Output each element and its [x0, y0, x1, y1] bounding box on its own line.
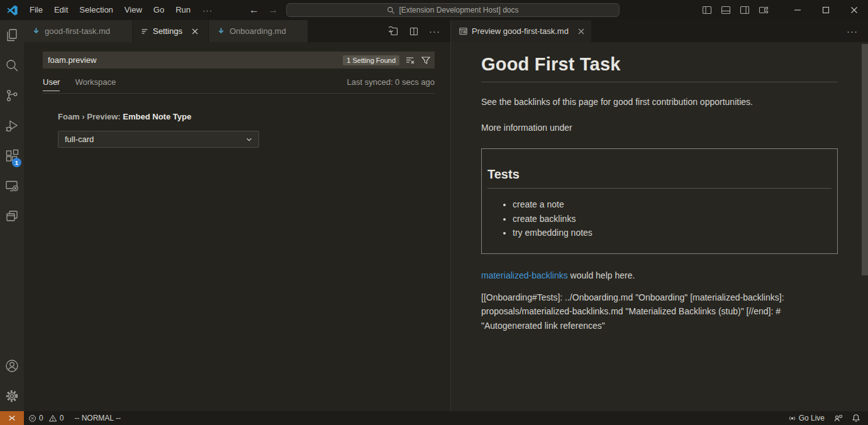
navigate-back-icon[interactable]: ←: [249, 4, 259, 16]
more-actions-icon[interactable]: ···: [429, 26, 440, 36]
explorer-icon[interactable]: [0, 20, 24, 50]
more-actions-icon[interactable]: ···: [847, 26, 858, 36]
tab-settings[interactable]: Settings: [133, 20, 208, 42]
open-settings-json-icon[interactable]: [389, 26, 399, 36]
setting-title: Foam › Preview: Embed Note Type: [58, 112, 191, 121]
editor-group-right: Preview good-first-task.md ··· Good Firs…: [451, 20, 868, 411]
toggle-secondary-sidebar-icon[interactable]: [735, 5, 754, 15]
last-synced-label: Last synced: 0 secs ago: [347, 77, 435, 87]
menu-file[interactable]: File: [24, 0, 48, 20]
settings-search-value: foam.preview: [48, 55, 96, 65]
menu-go[interactable]: Go: [148, 0, 170, 20]
preview-intro: See the backlinks of this page for good …: [481, 97, 838, 107]
customize-layout-icon[interactable]: [754, 5, 773, 15]
titlebar: File Edit Selection View Go Run ··· ← → …: [0, 0, 868, 20]
command-center-label: [Extension Development Host] docs: [399, 6, 518, 14]
embed-note-type-select[interactable]: full-card: [58, 131, 259, 148]
link-references: [[Onboarding#Tests]: ../Onboarding.md "O…: [481, 290, 837, 333]
broadcast-icon: [788, 414, 796, 422]
tab-label: Preview good-first-task.md: [472, 26, 569, 36]
tab-label: Onboarding.md: [230, 26, 286, 36]
close-window-button[interactable]: [840, 0, 868, 20]
preview-title: Good First Task: [481, 55, 838, 74]
menu-view[interactable]: View: [119, 0, 148, 20]
navigate-forward-icon[interactable]: →: [268, 4, 278, 16]
close-tab-icon[interactable]: [191, 28, 199, 35]
setting-name: Embed Note Type: [123, 112, 191, 121]
menu-edit[interactable]: Edit: [48, 0, 74, 20]
menu-run[interactable]: Run: [170, 0, 196, 20]
tabbar-left: good-first-task.md Settings Onboarding.m…: [24, 20, 450, 42]
title-divider: [481, 82, 838, 82]
heading-divider: [487, 188, 832, 189]
preview-more-info: More information under: [481, 123, 838, 133]
tab-label: good-first-task.md: [45, 26, 110, 36]
error-count: 0: [39, 414, 43, 422]
settings-gear-icon[interactable]: [0, 381, 24, 411]
menu-more-button[interactable]: ···: [196, 6, 219, 15]
menu-selection[interactable]: Selection: [74, 0, 118, 20]
preview-scrollbar[interactable]: [862, 44, 868, 275]
tab-label: Settings: [153, 26, 182, 36]
markdown-preview-pane: Good First Task See the backlinks of thi…: [451, 42, 868, 411]
markdown-file-icon: [31, 26, 41, 36]
tab-preview-good-first-task[interactable]: Preview good-first-task.md: [451, 20, 591, 42]
extensions-badge: 1: [12, 158, 21, 167]
filter-settings-icon[interactable]: [421, 55, 431, 65]
toggle-primary-sidebar-icon[interactable]: [698, 5, 716, 15]
notifications-bell-icon[interactable]: [847, 411, 868, 425]
list-item: create a note: [513, 197, 832, 212]
backlink-paragraph: materialized-backlinks would help here.: [481, 270, 838, 280]
settings-editor-icon: [140, 27, 149, 36]
scope-tab-workspace[interactable]: Workspace: [75, 77, 116, 87]
warning-icon: [48, 414, 57, 422]
list-item: create backlinks: [513, 212, 832, 226]
embedded-note-heading: Tests: [487, 167, 832, 182]
split-editor-icon[interactable]: [409, 26, 419, 36]
editor-group-left: good-first-task.md Settings Onboarding.m…: [24, 20, 451, 411]
problems-indicator[interactable]: 0 0: [24, 411, 68, 425]
maximize-button[interactable]: [811, 0, 840, 20]
embedded-note-card: Tests create a note create backlinks try…: [481, 148, 838, 254]
settings-scope-tabs: User Workspace Last synced: 0 secs ago: [43, 77, 435, 94]
go-live-button[interactable]: Go Live: [784, 411, 829, 425]
tab-onboarding[interactable]: Onboarding.md: [209, 20, 308, 42]
select-value: full-card: [65, 135, 94, 144]
search-view-icon[interactable]: [0, 50, 24, 80]
extensions-icon[interactable]: 1: [0, 141, 24, 171]
markdown-preview-icon: [459, 26, 468, 36]
go-live-label: Go Live: [799, 414, 825, 422]
warning-count: 0: [60, 414, 64, 422]
vim-mode-indicator[interactable]: -- NORMAL --: [68, 411, 127, 425]
activity-bar: 1: [0, 20, 24, 411]
clear-settings-search-icon[interactable]: [405, 55, 415, 65]
accounts-icon[interactable]: [0, 351, 24, 381]
embedded-note-list: create a note create backlinks try embed…: [487, 197, 832, 240]
list-item: try embedding notes: [513, 226, 832, 240]
markdown-file-icon: [216, 26, 226, 36]
close-tab-icon[interactable]: [577, 28, 585, 35]
materialized-backlinks-link[interactable]: materialized-backlinks: [481, 270, 568, 280]
toggle-panel-icon[interactable]: [716, 5, 735, 15]
scope-tab-user[interactable]: User: [43, 77, 60, 91]
error-icon: [28, 414, 36, 422]
remote-explorer-icon[interactable]: [0, 171, 24, 201]
settings-editor: foam.preview 1 Setting Found User Wo: [24, 42, 450, 411]
vscode-logo-icon: [0, 5, 24, 16]
tab-good-first-task[interactable]: good-first-task.md: [24, 20, 132, 42]
command-center-search[interactable]: [Extension Development Host] docs: [286, 3, 620, 17]
tabbar-right: Preview good-first-task.md ···: [451, 20, 868, 42]
remote-indicator[interactable]: [0, 411, 24, 425]
minimize-button[interactable]: [783, 0, 811, 20]
settings-search-input[interactable]: foam.preview 1 Setting Found: [43, 52, 435, 69]
feedback-icon[interactable]: [829, 411, 847, 425]
run-debug-icon[interactable]: [0, 111, 24, 141]
search-icon: [387, 6, 395, 14]
panels-view-icon[interactable]: [0, 201, 24, 231]
chevron-down-icon: [245, 135, 253, 144]
setting-category: Foam › Preview:: [58, 112, 123, 121]
backlink-tail: would help here.: [568, 270, 635, 280]
status-bar: 0 0 -- NORMAL -- Go Live: [0, 411, 868, 425]
source-control-icon[interactable]: [0, 80, 24, 111]
settings-found-badge: 1 Setting Found: [343, 55, 399, 65]
